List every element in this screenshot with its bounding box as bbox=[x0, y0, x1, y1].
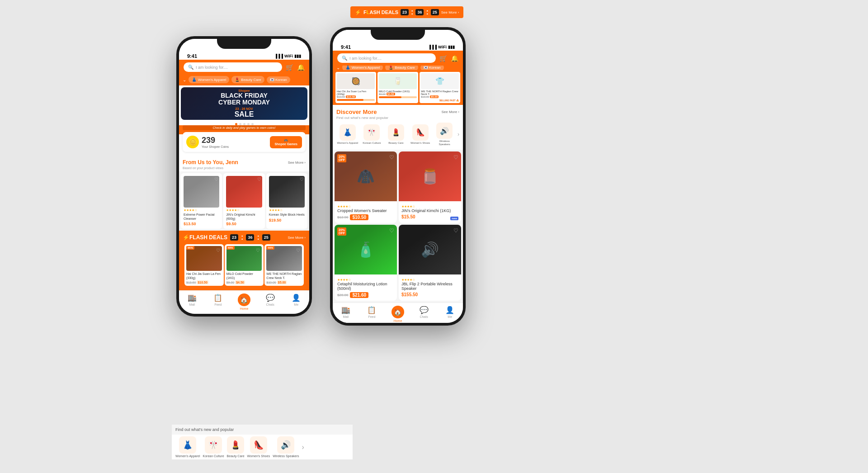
coin-icon: 🪙 bbox=[186, 136, 199, 148]
product-card-1[interactable]: ♡ ★★★★☆ JIN's Original Kimchi (600g) $9.… bbox=[223, 173, 264, 229]
flash-top-price-1: $9.00 $4.50 bbox=[379, 93, 417, 95]
heart-icon-1[interactable]: ♡ bbox=[257, 177, 261, 182]
flash-top-area-right: 🥘 Hai Chi Jia Suan La Fen (330g) $13.60 … bbox=[333, 70, 463, 105]
disc-card-kimchi[interactable]: 🫙 ♡ new ★★★★☆ JIN's Original Kimchi (1KG… bbox=[399, 151, 461, 223]
nav-feed-left[interactable]: 📋 Feed bbox=[205, 293, 231, 310]
heart-icon-2[interactable]: ♡ bbox=[300, 177, 304, 182]
flash-badge-2: 56% bbox=[266, 246, 274, 250]
flash-top-name-0: Hai Chi Jia Suan La Fen (330g) bbox=[337, 90, 375, 95]
cat-beauty[interactable]: 💄 Beauty Care bbox=[385, 124, 407, 145]
flash-top-img-2: 👕 bbox=[421, 73, 459, 89]
flash-item-2[interactable]: 56% ♡ WE THE NORTH Raglan Crew Neck T. $… bbox=[264, 244, 304, 286]
chevron-down-right[interactable]: ⌄ bbox=[336, 66, 340, 70]
category-icons-row: 👗 Women's Apparel 🎌 Korean Culture 💄 Bea… bbox=[336, 123, 459, 146]
mall-icon-right: 🏬 bbox=[341, 306, 350, 314]
nav-feed-right[interactable]: 📋 Feed bbox=[359, 306, 385, 322]
flash-lightning-left: ⚡ bbox=[183, 234, 189, 241]
shopee-games-btn[interactable]: 🎮 Shopee Games bbox=[270, 136, 302, 148]
nav-home-right[interactable]: 🏠 Home bbox=[385, 306, 411, 322]
small-cat-beauty[interactable]: 💄 Beauty Care bbox=[227, 436, 245, 458]
nav-home-left[interactable]: 🏠 Home bbox=[231, 293, 257, 310]
home-icon-left: 🏠 bbox=[238, 293, 250, 306]
small-cat-shoes[interactable]: 👠 Women's Shoes bbox=[247, 436, 270, 458]
pill-korean-left[interactable]: 🇰🇷 Korean bbox=[267, 76, 290, 83]
cart-icon-left[interactable]: 🛒 bbox=[286, 64, 293, 71]
flash-name-0: Hai Chi Jia Suan La Fen (330g) bbox=[186, 272, 222, 280]
nav-mall-right[interactable]: 🏬 Mall bbox=[333, 306, 359, 322]
coins-left: 🪙 239 Your Shopee Coins bbox=[186, 136, 229, 148]
disc-name-jbl: JBL Flip 2 Portable Wireless Speaker bbox=[401, 282, 458, 291]
disc-prices-kimchi: $15.50 bbox=[401, 214, 458, 219]
flash-heart-2[interactable]: ♡ bbox=[296, 248, 300, 253]
search-placeholder-left: I am looking for.... bbox=[196, 65, 228, 70]
small-cat-wireless[interactable]: 🔊 Wireless Speakers bbox=[273, 436, 299, 458]
disc-card-sweater[interactable]: 🧥 20%OFF ♡ ★★★★☆ Cropped Women's Sweater… bbox=[335, 151, 397, 223]
heart-jbl[interactable]: ♡ bbox=[453, 227, 458, 234]
chats-icon-left: 💬 bbox=[266, 293, 275, 302]
product-card-2[interactable]: ♡ ★★★★☆ Korean Style Block Heels $19.50 bbox=[266, 173, 307, 229]
cat-womens[interactable]: 👗 Women's Apparel bbox=[336, 124, 359, 145]
disc-price-kimchi: $15.50 bbox=[401, 214, 415, 219]
flash-top-price-0: $13.60 $10.50 bbox=[337, 95, 375, 98]
wifi-icon: WiFi bbox=[284, 54, 293, 58]
disc-card-cetaphil[interactable]: 🧴 20%OFF ♡ ★★★★☆ Cetaphil Moisturizing L… bbox=[335, 225, 397, 301]
flash-see-more-left[interactable]: See More › bbox=[288, 236, 306, 240]
small-cat-womens[interactable]: 👗 Women's Apparel bbox=[175, 436, 200, 458]
pill-womens-left[interactable]: 👗 Women's Apparel bbox=[189, 76, 229, 83]
cart-icon-right[interactable]: 🛒 bbox=[439, 55, 447, 62]
coins-label: Your Shopee Coins bbox=[202, 145, 229, 148]
flash-top-item-2[interactable]: 👕 WE THE NORTH Raglan Crew Neck T. $10.0… bbox=[420, 72, 460, 103]
stars-2: ★★★★☆ bbox=[269, 208, 305, 212]
status-time-right: 9:41 bbox=[341, 44, 351, 50]
nav-me-right[interactable]: 👤 Me bbox=[437, 306, 463, 322]
bottom-strip-chevron[interactable]: › bbox=[302, 443, 304, 451]
disc-card-jbl[interactable]: 🔊 ♡ ★★★★☆ JBL Flip 2 Portable Wireless S… bbox=[399, 225, 461, 301]
flash-heart-0[interactable]: ♡ bbox=[216, 248, 220, 253]
flash-top-item-1[interactable]: 🥛 MILO Cold Powder (1KG) $9.00 $4.50 bbox=[377, 72, 418, 103]
cat-chevron-right[interactable]: › bbox=[458, 131, 459, 137]
nav-mall-left[interactable]: 🏬 Mall bbox=[179, 293, 205, 310]
cat-speakers[interactable]: 🔊 Wireless Speakers bbox=[433, 123, 456, 146]
stars-0: ★★★★☆ bbox=[184, 208, 219, 212]
flash-heart-1[interactable]: ♡ bbox=[256, 248, 260, 253]
disc-prices-cetaphil: $28.00 $21.60 bbox=[337, 292, 394, 298]
pill-beauty-right[interactable]: 💄 Beauty Care bbox=[385, 66, 418, 70]
cat-shoes[interactable]: 👠 Women's Shoes bbox=[409, 124, 432, 145]
from-us-see-more[interactable]: See More › bbox=[288, 161, 306, 165]
product-card-0[interactable]: ♡ ★★★★☆ Extreme Power Facial Cleanser $1… bbox=[181, 173, 222, 229]
beauty-icon-left: 💄 bbox=[235, 77, 240, 82]
beauty-icon-right: 💄 bbox=[388, 66, 393, 70]
search-box-left[interactable]: 🔍 I am looking for.... bbox=[184, 62, 282, 72]
overlay-see-more[interactable]: See More › bbox=[441, 10, 459, 14]
overlay-timer-s: 25 bbox=[431, 9, 439, 15]
from-us-header: From Us to You, Jenn See More › bbox=[179, 156, 309, 166]
womens-icon-right: 👗 bbox=[345, 66, 350, 70]
discover-see-more[interactable]: See More › bbox=[441, 110, 459, 114]
nav-chats-left[interactable]: 💬 Chats bbox=[257, 293, 283, 310]
pill-beauty-left[interactable]: 💄 Beauty Care bbox=[231, 76, 264, 83]
phone-notch-right bbox=[371, 27, 425, 40]
heart-icon-0[interactable]: ♡ bbox=[214, 177, 218, 182]
bell-icon-left[interactable]: 🔔 bbox=[297, 64, 305, 71]
cat-korean[interactable]: 🎌 Korean Culture bbox=[361, 124, 383, 145]
nav-me-left[interactable]: 👤 Me bbox=[283, 293, 309, 310]
nav-chats-right[interactable]: 💬 Chats bbox=[411, 306, 437, 322]
small-cat-korean[interactable]: 🎌 Korean Culture bbox=[203, 436, 224, 458]
off-badge-cetaphil: 20%OFF bbox=[337, 227, 346, 236]
flash-top-item-0[interactable]: 🥘 Hai Chi Jia Suan La Fen (330g) $13.60 … bbox=[335, 72, 376, 103]
pill-korean-label-left: 🇰🇷 Korean bbox=[270, 78, 287, 82]
heart-cetaphil[interactable]: ♡ bbox=[389, 227, 394, 234]
pill-womens-right[interactable]: 👗 Women's Apparel bbox=[342, 66, 383, 70]
cat-womens-box: 👗 bbox=[340, 124, 356, 141]
pill-korean-right[interactable]: 🇰🇷 Korean bbox=[420, 66, 444, 70]
cat-korean-box: 🎌 bbox=[363, 124, 380, 141]
flash-top-img-0: 🥘 bbox=[337, 73, 375, 89]
chevron-down-left[interactable]: ⌄ bbox=[183, 77, 186, 82]
flash-item-0[interactable]: 96% ♡ Hai Chi Jia Suan La Fen (330g) $13… bbox=[184, 244, 224, 286]
heart-kimchi[interactable]: ♡ bbox=[453, 154, 458, 161]
search-box-right[interactable]: 🔍 I am looking for.... bbox=[337, 53, 436, 63]
bell-icon-right[interactable]: 🔔 bbox=[451, 55, 458, 62]
heart-sweater[interactable]: ♡ bbox=[389, 154, 394, 161]
product-price-1: $9.50 bbox=[226, 222, 262, 226]
flash-item-1[interactable]: 50% ♡ MILO Cold Powder (1KG) $9.00$4.50 bbox=[225, 244, 264, 286]
